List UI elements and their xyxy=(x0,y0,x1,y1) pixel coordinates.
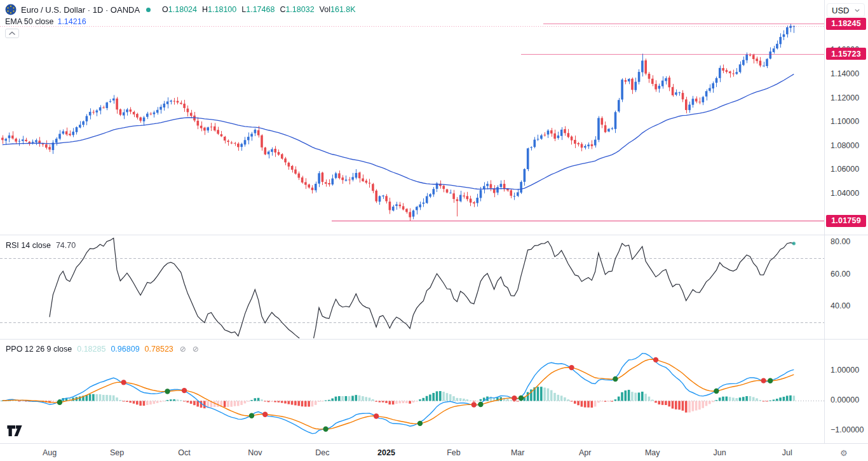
month-label: Oct xyxy=(178,448,190,457)
close-value: 1.18032 xyxy=(285,5,314,14)
month-label: Mar xyxy=(511,448,525,457)
ema-label: EMA 50 close xyxy=(5,17,53,26)
chevron-up-icon xyxy=(8,31,16,36)
ppo-hist-value: 0.18285 xyxy=(77,345,105,354)
currency-selector[interactable]: USD xyxy=(827,3,865,17)
ppo-legend[interactable]: PPO 12 26 9 close 0.18285 0.96809 0.7852… xyxy=(6,345,199,354)
ppo-label: PPO 12 26 9 close xyxy=(6,345,72,354)
month-label: May xyxy=(645,448,660,457)
month-label: Aug xyxy=(43,448,57,457)
price-tick-label: 1.04000 xyxy=(831,189,859,198)
ppo-signal-value: 0.78523 xyxy=(145,345,173,354)
mute-alert-icon[interactable]: ⊘ xyxy=(193,345,199,354)
ppo-tick-label: −1.00000 xyxy=(831,425,864,434)
price-axis[interactable]: 1.160001.140001.120001.100001.080001.060… xyxy=(824,0,868,443)
collapse-legend-button[interactable] xyxy=(5,29,19,38)
pane-divider[interactable] xyxy=(0,235,868,235)
time-axis[interactable]: ⚙ AugSepOctNovDec2025FebMarAprMayJunJul xyxy=(0,443,868,461)
ema-value: 1.14216 xyxy=(57,17,86,26)
month-label: Jul xyxy=(782,448,792,457)
month-label: Dec xyxy=(315,448,329,457)
low-value: 1.17468 xyxy=(246,5,275,14)
symbol-title[interactable]: Euro / U.S. Dollar · 1D · OANDA xyxy=(21,5,140,15)
price-tick-label: 1.08000 xyxy=(831,141,859,150)
chart-window: Euro / U.S. Dollar · 1D · OANDA O1.18024… xyxy=(0,0,868,461)
price-tick-label: 1.12000 xyxy=(831,93,859,102)
eur-usd-pair-icon xyxy=(5,4,17,15)
volume-label: Vol xyxy=(320,5,330,14)
price-tick-label: 1.14000 xyxy=(831,69,859,78)
ohlc-values: O1.18024 H1.18100 L1.17468 C1.18032 Vol1… xyxy=(157,5,356,14)
volume-value: 161.8K xyxy=(330,5,356,14)
open-label: O xyxy=(162,5,168,14)
month-label: Nov xyxy=(248,448,262,457)
pane-divider[interactable] xyxy=(0,339,868,340)
symbol-legend[interactable]: Euro / U.S. Dollar · 1D · OANDA O1.18024… xyxy=(5,4,356,15)
month-label: Jun xyxy=(714,448,726,457)
month-label: Apr xyxy=(579,448,591,457)
price-tick-label: 1.06000 xyxy=(831,165,859,174)
mute-alert-icon[interactable]: ⊘ xyxy=(180,345,186,354)
gear-icon[interactable]: ⚙ xyxy=(840,448,848,458)
price-tick-label: 1.10000 xyxy=(831,117,859,126)
open-value: 1.18024 xyxy=(168,5,197,14)
price-level-flag: 1.01759 xyxy=(826,215,866,227)
rsi-label: RSI 14 close xyxy=(6,241,51,250)
currency-label: USD xyxy=(832,6,849,15)
market-status-dot xyxy=(146,8,151,12)
rsi-tick-label: 80.00 xyxy=(831,237,850,246)
rsi-tick-label: 60.00 xyxy=(831,270,850,279)
rsi-legend[interactable]: RSI 14 close 74.70 xyxy=(6,241,76,250)
price-level-flag: 1.18245 xyxy=(826,18,866,30)
price-chart-canvas[interactable] xyxy=(0,0,868,461)
ema-legend[interactable]: EMA 50 close 1.14216 xyxy=(5,17,86,26)
rsi-value: 74.70 xyxy=(56,241,76,250)
chevron-down-icon xyxy=(855,9,860,12)
month-label: 2025 xyxy=(377,448,395,457)
ppo-tick-label: 1.00000 xyxy=(831,366,859,375)
month-label: Feb xyxy=(447,448,461,457)
ppo-tick-label: 0.00000 xyxy=(831,396,859,404)
ppo-line-value: 0.96809 xyxy=(111,345,139,354)
high-label: H xyxy=(202,5,208,14)
month-label: Sep xyxy=(110,448,124,457)
price-level-flag: 1.15723 xyxy=(826,48,866,60)
high-value: 1.18100 xyxy=(208,5,236,14)
rsi-tick-label: 40.00 xyxy=(831,301,850,310)
tradingview-logo[interactable] xyxy=(6,425,23,437)
